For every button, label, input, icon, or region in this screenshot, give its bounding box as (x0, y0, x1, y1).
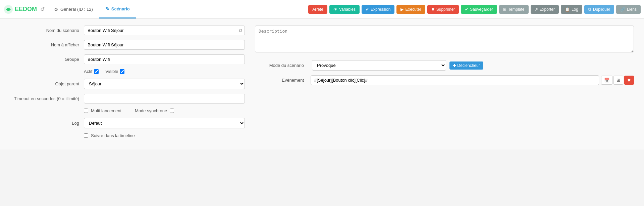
timeout-row: Timeout en secondes (0 = illimité) (10, 94, 245, 104)
visible-checkbox[interactable] (120, 69, 124, 74)
liens-button[interactable]: 🔗 Liens (616, 5, 641, 14)
evenement-label: Evénement (255, 78, 309, 83)
timeout-input[interactable] (84, 94, 245, 104)
mode-scenario-select[interactable]: Provoqué Planifié Programmé (312, 60, 446, 71)
content-area: Nom du scénario ⧉ Nom à afficher Groupe … (0, 19, 644, 150)
multi-lancement-checkbox[interactable] (84, 109, 88, 113)
form-left: Nom du scénario ⧉ Nom à afficher Groupe … (10, 26, 245, 143)
nom-scenario-input[interactable] (84, 26, 245, 35)
tab-general[interactable]: ⚙ Général (ID : 12) (48, 0, 99, 18)
visible-label: Visible (105, 69, 118, 74)
evenement-input[interactable] (311, 75, 599, 85)
top-bar: EEDOM ↺ ⚙ Général (ID : 12) ✎ Scénario A… (0, 0, 644, 19)
mode-synchrone-col: Mode synchrone (135, 108, 174, 113)
objet-parent-row: Objet parent Séjour Cuisine Chambre Salo… (10, 79, 245, 89)
groupe-row: Groupe (10, 54, 245, 64)
suivre-timeline-row: Suivre dans la timeline (84, 133, 245, 138)
event-clear-icon[interactable]: ✖ (624, 76, 634, 85)
actif-visible-group: Actif Visible (84, 69, 245, 74)
declencheur-button[interactable]: ✚ Déclencheur (449, 61, 483, 70)
groupe-input[interactable] (84, 54, 245, 64)
multi-lancement-label: Multi lancement (91, 108, 121, 113)
dupliquer-button[interactable]: ⧉ Dupliquer (584, 5, 614, 14)
logo-icon (3, 4, 13, 14)
log-field-label: Log (10, 121, 84, 126)
mode-scenario-row: Mode du scénario Provoqué Planifié Progr… (255, 60, 634, 71)
gear-icon: ⚙ (54, 7, 58, 12)
groupe-label: Groupe (10, 57, 84, 62)
logo-area: EEDOM (3, 4, 37, 14)
copy-icon: ⧉ (239, 28, 242, 33)
suivre-timeline-label: Suivre dans la timeline (91, 133, 135, 138)
nom-scenario-input-wrapper: ⧉ (84, 26, 245, 35)
log-row: Log Défaut Info Debug Error Warning (10, 118, 245, 128)
form-section: Nom du scénario ⧉ Nom à afficher Groupe … (10, 26, 634, 143)
template-button[interactable]: ⊞ Template (499, 5, 529, 14)
description-textarea[interactable] (255, 26, 634, 52)
timeout-label: Timeout en secondes (0 = illimité) (10, 96, 84, 101)
plus-icon: ✚ (453, 63, 456, 68)
log-select[interactable]: Défaut Info Debug Error Warning (84, 118, 245, 128)
pencil-icon: ✎ (105, 6, 109, 11)
arrete-button[interactable]: Arrêté (308, 5, 327, 14)
visible-check-item: Visible (105, 69, 124, 74)
nom-afficher-input[interactable] (84, 40, 245, 50)
event-table-icon[interactable]: ⊞ (613, 76, 623, 85)
mode-synchrone-label: Mode synchrone (135, 108, 167, 113)
actif-checkbox[interactable] (94, 69, 99, 74)
variables-button[interactable]: 👁 Variables (329, 5, 360, 14)
objet-parent-label: Objet parent (10, 81, 84, 86)
actif-label: Actif (84, 69, 92, 74)
nav-tabs: ⚙ Général (ID : 12) ✎ Scénario (48, 0, 136, 18)
multi-sync-row: Multi lancement Mode synchrone (84, 108, 245, 113)
refresh-icon[interactable]: ↺ (40, 6, 45, 12)
suivre-timeline-col: Suivre dans la timeline (84, 133, 135, 138)
nom-afficher-label: Nom à afficher (10, 42, 84, 47)
sauvegarder-button[interactable]: ✔ Sauvegarder (461, 5, 497, 14)
suivre-timeline-checkbox[interactable] (84, 133, 88, 138)
nom-scenario-row: Nom du scénario ⧉ (10, 26, 245, 35)
actif-check-item: Actif (84, 69, 99, 74)
exporter-button[interactable]: ↗ Exporter (531, 5, 559, 14)
evenement-row: Evénement 📅 ⊞ ✖ (255, 75, 634, 85)
event-calendar-icon[interactable]: 📅 (601, 76, 612, 85)
nom-afficher-row: Nom à afficher (10, 40, 245, 50)
mode-synchrone-checkbox[interactable] (170, 109, 174, 113)
action-buttons: Arrêté 👁 Variables ✔ Expression ▶ Exécut… (308, 5, 641, 14)
logo-text: EEDOM (15, 6, 37, 13)
supprimer-button[interactable]: ✖ Supprimer (427, 5, 459, 14)
log-button[interactable]: 📋 Log (561, 5, 582, 14)
multi-lancement-col: Multi lancement (84, 108, 121, 113)
objet-parent-select[interactable]: Séjour Cuisine Chambre Salon (84, 79, 245, 89)
mode-scenario-label: Mode du scénario (255, 63, 309, 68)
event-actions: 📅 ⊞ ✖ (601, 76, 634, 85)
expression-button[interactable]: ✔ Expression (362, 5, 394, 14)
nom-scenario-label: Nom du scénario (10, 28, 84, 33)
executer-button[interactable]: ▶ Exécuter (396, 5, 425, 14)
tab-scenario[interactable]: ✎ Scénario (99, 0, 136, 18)
form-right: Mode du scénario Provoqué Planifié Progr… (255, 26, 634, 143)
